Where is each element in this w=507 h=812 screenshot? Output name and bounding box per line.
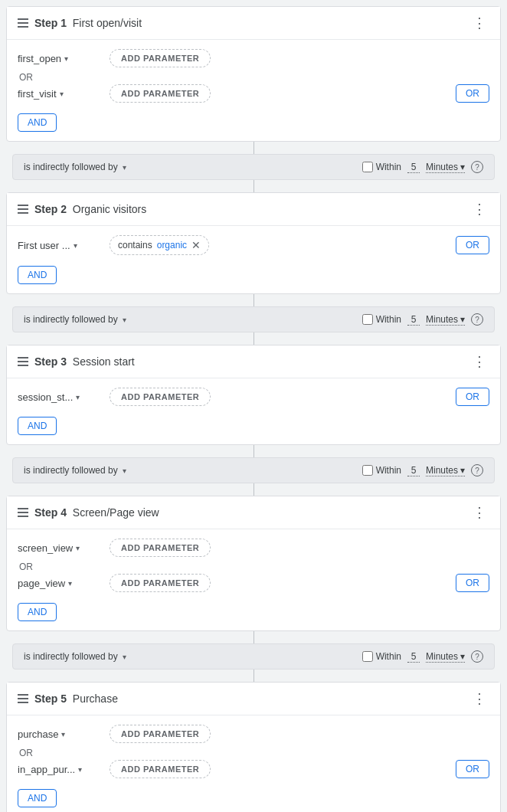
step-5-more-icon[interactable]: ⋮ [469,690,489,707]
contains-tag: contains organic ✕ [110,235,209,255]
connector-left-4: is indirectly followed by ▾ [24,651,126,662]
vert-connector-6 [6,483,501,496]
add-param-button-7[interactable]: ADD PARAMETER [110,760,211,778]
event-dropdown-screen-view[interactable]: screen_view ▾ [18,542,102,554]
within-checkbox-1[interactable] [362,162,373,172]
and-button-2[interactable]: AND [18,266,57,284]
step-3-card: Step 3 Session start ⋮ session_st... ▾ A… [6,345,501,445]
step-2-card: Step 2 Organic visitors ⋮ First user ...… [6,192,501,294]
and-button-5[interactable]: AND [18,789,57,807]
dropdown-arrow-icon-4: ▾ [76,393,80,401]
connector-arrow-icon-3[interactable]: ▾ [123,467,126,475]
vert-connector-1 [6,142,501,154]
within-num-3: 5 [407,465,420,476]
connector-label-3: is indirectly followed by [24,465,118,476]
help-icon-4[interactable]: ? [471,650,483,663]
within-checkbox-4[interactable] [362,651,373,662]
event-row-purchase: purchase ▾ ADD PARAMETER [18,725,489,743]
within-checkbox-3[interactable] [362,465,373,476]
within-checkbox-wrapper-3: Within [362,465,401,476]
vert-connector-4 [6,332,501,345]
step-2-header-left: Step 2 Organic visitors [18,203,146,215]
or-label-2: OR [19,562,489,572]
drag-handle-icon-2[interactable] [18,205,28,214]
minutes-dropdown-1[interactable]: Minutes ▾ [426,162,465,173]
within-label-3: Within [376,465,401,476]
add-param-button-3[interactable]: ADD PARAMETER [110,388,211,406]
event-row-step3: session_st... ▾ ADD PARAMETER OR [18,388,489,406]
event-dropdown-first-user[interactable]: First user ... ▾ [18,240,102,251]
connector-left-2: is indirectly followed by ▾ [24,314,126,325]
vert-connector-5 [6,445,501,457]
connector-arrow-icon-1[interactable]: ▾ [123,163,126,172]
connector-left-1: is indirectly followed by ▾ [24,162,126,172]
minutes-dropdown-4[interactable]: Minutes ▾ [426,651,465,663]
minutes-dropdown-3[interactable]: Minutes ▾ [426,465,465,476]
connector-arrow-icon-4[interactable]: ▾ [123,653,126,661]
or-button-2[interactable]: OR [456,236,489,254]
vert-connector-2 [6,180,501,192]
within-label-1: Within [376,162,401,172]
drag-handle-icon-4[interactable] [18,508,28,517]
vert-line-2 [254,180,254,192]
step-5-body: purchase ▾ ADD PARAMETER OR in_app_pur..… [7,715,500,812]
contains-value: organic [157,240,187,250]
drag-handle-icon-5[interactable] [18,694,28,703]
event-dropdown-session[interactable]: session_st... ▾ [18,391,102,403]
help-icon-2[interactable]: ? [471,313,483,326]
connector-4: is indirectly followed by ▾ Within 5 Min… [12,643,495,670]
event-row-in-app-purchase: in_app_pur... ▾ ADD PARAMETER OR [18,760,489,778]
within-num-2: 5 [407,314,420,326]
or-button[interactable]: OR [456,84,489,103]
step-3-header: Step 3 Session start ⋮ [7,345,500,378]
minutes-dropdown-2[interactable]: Minutes ▾ [426,314,465,326]
or-button-3[interactable]: OR [456,388,489,406]
step-3-more-icon[interactable]: ⋮ [469,353,489,370]
connector-right-1: Within 5 Minutes ▾ ? [362,161,483,173]
add-param-button-6[interactable]: ADD PARAMETER [110,725,211,743]
step-1-more-icon[interactable]: ⋮ [469,15,489,31]
within-checkbox-2[interactable] [362,314,373,325]
event-dropdown-purchase[interactable]: purchase ▾ [18,729,102,740]
help-icon-3[interactable]: ? [471,464,483,476]
step-5-title: Step 5 Purchase [34,692,118,705]
step-3-body: session_st... ▾ ADD PARAMETER OR AND [7,378,500,444]
event-row-step2: First user ... ▾ contains organic ✕ OR [18,235,489,255]
or-button-5[interactable]: OR [456,760,489,778]
dropdown-arrow-icon-2: ▾ [60,90,64,98]
and-button-3[interactable]: AND [18,417,57,435]
within-label-4: Within [376,651,401,662]
connector-left-3: is indirectly followed by ▾ [24,465,126,476]
add-param-button[interactable]: ADD PARAMETER [110,49,211,67]
step-2-title: Step 2 Organic visitors [34,203,146,215]
connector-2: is indirectly followed by ▾ Within 5 Min… [12,306,495,332]
within-num-4: 5 [407,651,420,663]
connector-right-2: Within 5 Minutes ▾ ? [362,313,483,326]
event-dropdown-in-app-purchase[interactable]: in_app_pur... ▾ [18,764,102,775]
and-button-4[interactable]: AND [18,603,57,621]
and-button[interactable]: AND [18,113,57,132]
add-param-button-2[interactable]: ADD PARAMETER [110,84,211,103]
event-dropdown-first-open[interactable]: first_open ▾ [18,53,102,64]
step-4-card: Step 4 Screen/Page view ⋮ screen_view ▾ … [6,496,501,631]
vert-line-5 [254,445,254,457]
or-button-4[interactable]: OR [456,574,489,592]
step-2-more-icon[interactable]: ⋮ [469,201,489,218]
drag-handle-icon-3[interactable] [18,357,28,366]
connector-right-4: Within 5 Minutes ▾ ? [362,650,483,663]
event-dropdown-page-view[interactable]: page_view ▾ [18,578,102,589]
dropdown-arrow-icon-5: ▾ [76,544,80,552]
connector-arrow-icon-2[interactable]: ▾ [123,316,126,324]
help-icon-1[interactable]: ? [471,161,483,173]
close-tag-icon[interactable]: ✕ [191,239,201,251]
step-4-more-icon[interactable]: ⋮ [469,504,489,521]
step-2-body: First user ... ▾ contains organic ✕ OR A… [7,226,500,293]
step-1-body: first_open ▾ ADD PARAMETER OR first_visi… [7,40,500,141]
event-dropdown-first-visit[interactable]: first_visit ▾ [18,88,102,100]
event-row-2: first_visit ▾ ADD PARAMETER OR [18,84,489,103]
add-param-button-4[interactable]: ADD PARAMETER [110,539,211,557]
drag-handle-icon[interactable] [18,18,28,28]
add-param-button-5[interactable]: ADD PARAMETER [110,574,211,592]
step-1-header: Step 1 First open/visit ⋮ [7,7,500,40]
within-num-1: 5 [407,162,420,173]
